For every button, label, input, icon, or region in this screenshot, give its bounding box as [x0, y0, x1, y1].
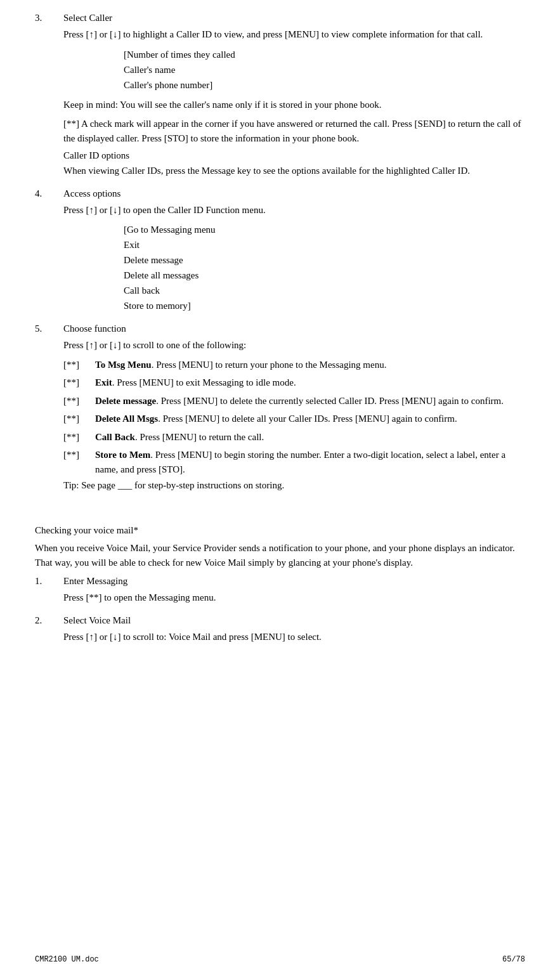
bullet-2-content: Exit. Press [MENU] to exit Messaging to … — [95, 375, 525, 390]
vm-step-2-number: 2. — [35, 615, 63, 649]
section-5-heading: Choose function — [63, 323, 525, 334]
section-3: 3. Select Caller Press [↑] or [↓] to hig… — [35, 13, 525, 183]
section-4-indented: [Go to Messaging menuExitDelete messageD… — [124, 222, 525, 313]
section-4-number: 4. — [35, 188, 63, 319]
bullet-3: [**] Delete message. Press [MENU] to del… — [63, 394, 525, 408]
bullet-4: [**] Delete All Msgs. Press [MENU] to de… — [63, 412, 525, 426]
bullet-6-marker: [**] — [63, 448, 95, 476]
vm-step-1: 1. Enter Messaging Press [**] to open th… — [35, 576, 525, 610]
bullet-5-text: . Press [MENU] to return the call. — [135, 432, 264, 442]
bullet-5-marker: [**] — [63, 430, 95, 445]
vm-step-1-number: 1. — [35, 576, 63, 610]
section-3-number: 3. — [35, 13, 63, 183]
section-3-para4: When viewing Caller IDs, press the Messa… — [63, 164, 525, 178]
section-4-heading: Access options — [63, 188, 525, 199]
vm-step-2-para: Press [↑] or [↓] to scroll to: Voice Mai… — [63, 630, 525, 644]
section-4-indented-text: [Go to Messaging menuExitDelete messageD… — [124, 225, 216, 311]
vm-step-1-content: Enter Messaging Press [**] to open the M… — [63, 576, 525, 610]
bullet-1-bold: To Msg Menu — [95, 360, 152, 370]
section-3-para2: Keep in mind: You will see the caller's … — [63, 98, 525, 112]
bullet-4-marker: [**] — [63, 412, 95, 426]
footer: CMR2100 UM.doc 65/78 — [35, 955, 525, 964]
bullet-5-bold: Call Back — [95, 432, 135, 442]
vm-step-2: 2. Select Voice Mail Press [↑] or [↓] to… — [35, 615, 525, 649]
bullet-6: [**] Store to Mem. Press [MENU] to begin… — [63, 448, 525, 476]
bullet-1: [**] To Msg Menu. Press [MENU] to return… — [63, 358, 525, 372]
section-3-subheading: Caller ID options — [63, 150, 525, 161]
bullet-3-bold: Delete message — [95, 396, 156, 406]
vm-step-2-heading: Select Voice Mail — [63, 615, 525, 626]
bullet-4-content: Delete All Msgs. Press [MENU] to delete … — [95, 412, 525, 426]
bullet-2-text: . Press [MENU] to exit Messaging to idle… — [112, 377, 296, 388]
tip-line: Tip: See page ___ for step-by-step instr… — [63, 480, 525, 491]
section-5-number: 5. — [35, 323, 63, 501]
bullet-5: [**] Call Back. Press [MENU] to return t… — [63, 430, 525, 445]
bullet-2-bold: Exit — [95, 377, 112, 388]
bullet-6-content: Store to Mem. Press [MENU] to begin stor… — [95, 448, 525, 476]
bullet-6-text: . Press [MENU] to begin storing the numb… — [95, 450, 505, 474]
section-3-content: Select Caller Press [↑] or [↓] to highli… — [63, 13, 525, 183]
separator — [35, 506, 525, 525]
section-3-para3: [**] A check mark will appear in the cor… — [63, 117, 525, 145]
bullet-3-text: . Press [MENU] to delete the currently s… — [156, 396, 504, 406]
bullet-1-content: To Msg Menu. Press [MENU] to return your… — [95, 358, 525, 372]
section-5-para1: Press [↑] or [↓] to scroll to one of the… — [63, 338, 525, 353]
bullet-5-content: Call Back. Press [MENU] to return the ca… — [95, 430, 525, 445]
section-5: 5. Choose function Press [↑] or [↓] to s… — [35, 323, 525, 501]
section-3-heading: Select Caller — [63, 13, 525, 23]
section-4: 4. Access options Press [↑] or [↓] to op… — [35, 188, 525, 319]
voicemail-section: Checking your voice mail* When you recei… — [35, 525, 525, 570]
section-3-indented-text: [Number of times they calledCaller's nam… — [124, 49, 235, 90]
page-container: 3. Select Caller Press [↑] or [↓] to hig… — [0, 6, 560, 964]
bullet-4-bold: Delete All Msgs — [95, 414, 158, 424]
bullet-4-text: . Press [MENU] to delete all your Caller… — [158, 414, 457, 424]
bullet-3-content: Delete message. Press [MENU] to delete t… — [95, 394, 525, 408]
bullet-2: [**] Exit. Press [MENU] to exit Messagin… — [63, 375, 525, 390]
bullet-1-text: . Press [MENU] to return your phone to t… — [152, 360, 387, 370]
vm-step-1-para: Press [**] to open the Messaging menu. — [63, 590, 525, 605]
bullet-3-marker: [**] — [63, 394, 95, 408]
footer-center: 65/78 — [502, 955, 525, 964]
section-3-indented: [Number of times they calledCaller's nam… — [124, 47, 525, 93]
vm-step-2-content: Select Voice Mail Press [↑] or [↓] to sc… — [63, 615, 525, 649]
bullet-2-marker: [**] — [63, 375, 95, 390]
section-4-para1: Press [↑] or [↓] to open the Caller ID F… — [63, 203, 525, 218]
section-3-para1: Press [↑] or [↓] to highlight a Caller I… — [63, 27, 525, 42]
bullet-6-bold: Store to Mem — [95, 450, 150, 460]
section-4-content: Access options Press [↑] or [↓] to open … — [63, 188, 525, 319]
vm-step-1-heading: Enter Messaging — [63, 576, 525, 587]
voicemail-intro: When you receive Voice Mail, your Servic… — [35, 541, 525, 570]
section-5-content: Choose function Press [↑] or [↓] to scro… — [63, 323, 525, 501]
voicemail-heading: Checking your voice mail* — [35, 525, 525, 536]
footer-left: CMR2100 UM.doc — [35, 955, 99, 964]
bullet-1-marker: [**] — [63, 358, 95, 372]
